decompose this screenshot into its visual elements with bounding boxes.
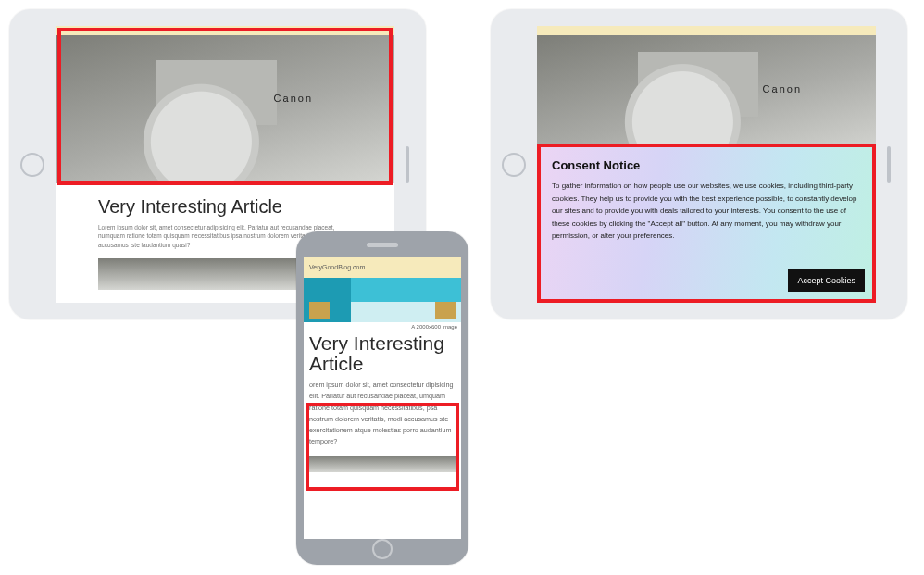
phone-image-caption: A 2000x600 image: [304, 322, 461, 331]
phone-site-bar: VeryGoodBlog.com: [304, 257, 461, 278]
phone-site-label: VeryGoodBlog.com: [309, 264, 365, 270]
consent-heading: Consent Notice: [552, 158, 861, 172]
consent-notice: Consent Notice To gather information on …: [537, 147, 876, 303]
camera-brand-label: Canon: [274, 93, 313, 104]
camera-brand-label: Canon: [763, 83, 802, 94]
hut-icon: [435, 302, 456, 319]
phone-frame: VeryGoodBlog.com A 2000x600 image Very I…: [296, 231, 468, 565]
hero-image: Canon: [537, 35, 876, 156]
consent-body: To gather information on how people use …: [552, 180, 861, 243]
hut-icon: [309, 302, 330, 319]
phone-hero-image: [304, 278, 461, 322]
phone-screen: VeryGoodBlog.com A 2000x600 image Very I…: [304, 257, 461, 539]
header-bar: [537, 26, 876, 35]
article-title: Very Interesting Article: [98, 196, 352, 218]
accept-cookies-button[interactable]: Accept Cookies: [788, 269, 865, 292]
phone-sub-image: [309, 456, 456, 472]
phone-article-title: Very Interesting Article: [309, 333, 456, 374]
header-bar: [56, 26, 394, 35]
hero-image: Canon: [56, 35, 394, 183]
phone-article-lorem: orem ipsum dolor sit, amet consectetur d…: [309, 380, 456, 447]
tablet-right-screen: Canon Consent Notice To gather informati…: [537, 26, 876, 303]
tablet-right-frame: Canon Consent Notice To gather informati…: [491, 9, 907, 319]
